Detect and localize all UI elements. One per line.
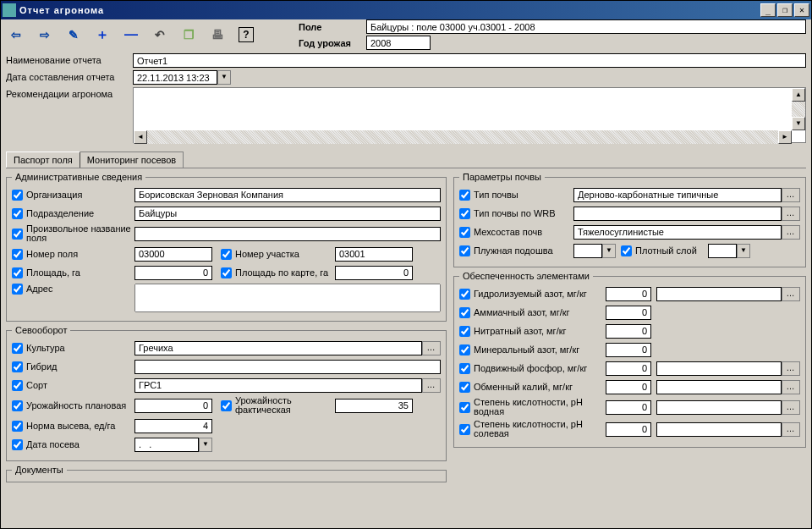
report-name-input[interactable] <box>133 53 806 68</box>
tab-monitoring[interactable]: Мониторинг посевов <box>80 152 184 168</box>
edit-button[interactable]: ✎ <box>63 25 84 45</box>
sowdate-check[interactable] <box>12 439 23 450</box>
wrb-check[interactable] <box>459 208 470 219</box>
sort-check[interactable] <box>12 380 23 391</box>
mineral-check[interactable] <box>459 344 470 355</box>
kalium-input[interactable] <box>606 380 651 394</box>
addr-input[interactable] <box>134 284 441 312</box>
sort-input[interactable] <box>134 378 422 393</box>
plotnum-check[interactable] <box>221 249 232 260</box>
ammon-input[interactable] <box>606 306 651 320</box>
plough-input[interactable] <box>573 244 602 258</box>
phs-ellipsis[interactable]: … <box>782 422 800 437</box>
addr-check[interactable] <box>12 284 23 295</box>
tab-passport[interactable]: Паспорт поля <box>6 152 80 168</box>
arbname-check[interactable] <box>12 229 23 240</box>
vscrollbar[interactable]: ▲ ▼ <box>792 88 805 130</box>
subdiv-check[interactable] <box>12 208 23 219</box>
restore-button[interactable]: ❐ <box>777 3 793 17</box>
back-button[interactable]: ⇦ <box>6 25 26 45</box>
copy-button[interactable]: ❐ <box>178 25 199 45</box>
org-input[interactable] <box>134 188 441 202</box>
kalium-check[interactable] <box>459 382 470 393</box>
undo-button[interactable]: ↶ <box>150 25 170 45</box>
hybrid-input[interactable] <box>134 360 441 374</box>
scroll-right-icon[interactable]: ► <box>778 130 792 144</box>
soiltype-check[interactable] <box>459 190 470 201</box>
sowdate-input[interactable] <box>134 438 199 452</box>
scroll-down-icon[interactable]: ▼ <box>792 117 805 130</box>
ammon-check[interactable] <box>459 307 470 318</box>
harvest-year-input[interactable] <box>366 36 431 50</box>
mech-input[interactable] <box>573 225 782 240</box>
arbname-input[interactable] <box>134 227 441 241</box>
phw-ellipsis[interactable]: … <box>782 400 800 415</box>
yfact-input[interactable] <box>335 399 413 413</box>
phs-class[interactable] <box>656 422 782 437</box>
area-check[interactable] <box>12 267 23 278</box>
help-button[interactable]: ? <box>236 25 256 45</box>
nitrate-input[interactable] <box>606 324 651 339</box>
plotnum-input[interactable] <box>335 247 413 262</box>
phos-check[interactable] <box>459 363 470 374</box>
phs-check[interactable] <box>459 424 470 435</box>
kalium-class[interactable] <box>656 380 782 394</box>
dense-dropdown[interactable]: ▼ <box>737 244 750 258</box>
hydron-class[interactable] <box>656 287 782 301</box>
hydron-input[interactable] <box>606 287 651 301</box>
yplan-input[interactable] <box>134 399 212 413</box>
hydron-ellipsis[interactable]: … <box>782 287 800 301</box>
sort-ellipsis[interactable]: … <box>422 378 441 393</box>
seed-input[interactable] <box>134 419 212 433</box>
soiltype-ellipsis[interactable]: … <box>782 188 800 202</box>
phos-class[interactable] <box>656 361 782 376</box>
maparea-input[interactable] <box>335 266 413 280</box>
subdiv-input[interactable] <box>134 207 441 221</box>
remove-button[interactable]: — <box>121 25 141 45</box>
hscroll-track[interactable] <box>147 130 778 144</box>
close-button[interactable]: ✕ <box>794 3 809 17</box>
phos-input[interactable] <box>606 361 651 376</box>
phw-check[interactable] <box>459 402 470 413</box>
wrb-input[interactable] <box>573 207 782 221</box>
phw-class[interactable] <box>656 400 782 415</box>
wrb-ellipsis[interactable]: … <box>782 207 800 221</box>
org-check[interactable] <box>12 190 23 201</box>
phs-input[interactable] <box>606 422 651 437</box>
dense-input[interactable] <box>708 244 737 258</box>
phos-ellipsis[interactable]: … <box>782 361 800 376</box>
fieldnum-check[interactable] <box>12 249 23 260</box>
hscrollbar[interactable]: ◄ ► <box>134 130 792 144</box>
forward-button[interactable]: ⇨ <box>35 25 55 45</box>
field-input[interactable] <box>366 19 806 34</box>
area-input[interactable] <box>134 266 212 280</box>
kalium-ellipsis[interactable]: … <box>782 380 800 394</box>
plough-check[interactable] <box>459 245 470 256</box>
mech-check[interactable] <box>459 227 470 238</box>
report-date-input[interactable] <box>133 70 217 85</box>
date-dropdown-button[interactable]: ▼ <box>217 70 231 85</box>
scroll-up-icon[interactable]: ▲ <box>792 88 805 102</box>
maparea-check[interactable] <box>221 267 232 278</box>
hydron-check[interactable] <box>459 289 470 300</box>
scroll-track[interactable] <box>792 102 805 117</box>
sowdate-dropdown[interactable]: ▼ <box>199 438 212 452</box>
phw-input[interactable] <box>606 400 651 415</box>
yplan-check[interactable] <box>12 400 23 411</box>
dense-check[interactable] <box>621 245 632 256</box>
scroll-left-icon[interactable]: ◄ <box>134 130 147 144</box>
fieldnum-input[interactable] <box>134 247 212 262</box>
print-button[interactable]: 🖶 <box>207 25 228 45</box>
minimize-button[interactable]: _ <box>760 3 776 17</box>
add-button[interactable]: ＋ <box>92 25 112 45</box>
culture-check[interactable] <box>12 343 23 354</box>
yfact-check[interactable] <box>221 400 232 411</box>
mineral-input[interactable] <box>606 343 651 357</box>
seed-check[interactable] <box>12 421 23 432</box>
hybrid-check[interactable] <box>12 361 23 372</box>
soiltype-input[interactable] <box>573 188 782 202</box>
plough-dropdown[interactable]: ▼ <box>602 244 616 258</box>
mech-ellipsis[interactable]: … <box>782 225 800 240</box>
nitrate-check[interactable] <box>459 326 470 337</box>
culture-ellipsis[interactable]: … <box>422 341 441 355</box>
